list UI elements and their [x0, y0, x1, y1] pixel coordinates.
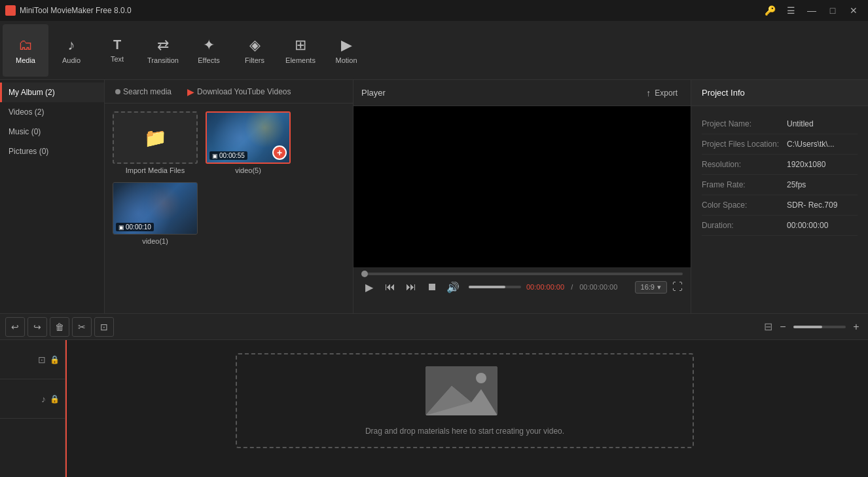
sidebar-my-album-label: My Album (2) [9, 88, 55, 97]
toolbar: 🗂 Media ♪ Audio T Text ⇄ Transition ✦ Ef… [0, 21, 868, 80]
toolbar-motion[interactable]: ▶ Motion [323, 24, 369, 77]
media-import-item[interactable]: 📁 Import Media Files [113, 111, 198, 174]
search-dot [115, 89, 120, 94]
redo-button[interactable]: ↪ [27, 317, 47, 337]
fullscreen-button[interactable]: ⛶ [672, 281, 683, 293]
toolbar-media[interactable]: 🗂 Media [3, 24, 48, 77]
video5-time: 00:00:55 [219, 152, 245, 159]
toolbar-filters[interactable]: ◈ Filters [232, 24, 278, 77]
info-row-location: Project Files Location: C:\Users\tk\... [702, 134, 858, 155]
ratio-label: 16:9 [641, 283, 655, 291]
zoom-slider[interactable] [793, 326, 846, 328]
sidebar-item-music[interactable]: Music (0) [0, 122, 104, 142]
sidebar-item-my-album[interactable]: My Album (2) [0, 83, 104, 102]
zoom-controls: ⊟ − + [764, 320, 863, 334]
volume-fill [469, 286, 505, 288]
zoom-out-button[interactable]: − [776, 320, 789, 334]
undo-button[interactable]: ↩ [5, 317, 25, 337]
video5-add-btn[interactable]: + [272, 145, 287, 160]
info-row-resolution: Resolution: 1920x1080 [702, 155, 858, 175]
stop-button[interactable]: ⏹ [424, 279, 440, 295]
video-track-control: ⊡ 🔒 [0, 340, 65, 379]
import-label: Import Media Files [126, 166, 185, 174]
toolbar-text-label: Text [111, 55, 124, 63]
drop-icon-area [425, 366, 504, 419]
audio-track-control: ♪ 🔒 [0, 379, 65, 419]
sidebar-item-pictures[interactable]: Pictures (0) [0, 142, 104, 161]
player-header: Player ↑ Export [353, 80, 691, 106]
toolbar-elements[interactable]: ⊞ Elements [278, 24, 323, 77]
delete-button[interactable]: 🗑 [50, 317, 69, 337]
sidebar: My Album (2) Videos (2) Music (0) Pictur… [0, 80, 105, 313]
window-controls: 🔑 ☰ — □ ✕ [761, 4, 863, 17]
zoom-in-button[interactable]: + [850, 320, 863, 334]
progress-handle[interactable] [361, 271, 368, 277]
time-separator: / [571, 283, 573, 291]
prev-button[interactable]: ⏮ [382, 279, 398, 295]
next-button[interactable]: ⏭ [403, 279, 419, 295]
info-row-name: Project Name: Untitled [702, 114, 858, 134]
media-panel: Search media ▶ Download YouTube Videos 📁… [105, 80, 353, 313]
youtube-label: Download YouTube Videos [197, 87, 291, 96]
media-video1-item[interactable]: ▣ 00:00:10 video(1) [113, 182, 198, 245]
bottom-area: ↩ ↪ 🗑 ✂ ⊡ ⊟ − + ⊡ 🔒 ♪ 🔒 [0, 313, 868, 477]
minimize-btn[interactable]: — [803, 4, 821, 17]
elements-icon: ⊞ [295, 37, 306, 54]
video-track-lock-icon[interactable]: 🔒 [50, 355, 60, 364]
player-controls: ▶ ⏮ ⏭ ⏹ 🔊 00:00:00:00 / 00:00:00:00 16:9… [353, 267, 691, 313]
progress-bar[interactable] [361, 273, 683, 275]
export-button[interactable]: ↑ Export [641, 85, 683, 101]
effects-icon: ✦ [203, 37, 215, 54]
toolbar-media-label: Media [16, 56, 35, 64]
toolbar-text[interactable]: T Text [94, 24, 140, 77]
filters-icon: ◈ [249, 37, 261, 54]
video5-film-icon: ▣ [212, 153, 218, 159]
audio-track-lock-icon[interactable]: 🔒 [50, 394, 60, 404]
drop-text: Drag and drop materials here to start cr… [365, 427, 564, 436]
motion-icon: ▶ [341, 37, 352, 54]
playhead [65, 340, 67, 477]
toolbar-audio[interactable]: ♪ Audio [48, 24, 94, 77]
video-track-icon: ⊡ [38, 354, 46, 365]
timeline-tracks: Drag and drop materials here to start cr… [65, 340, 868, 477]
search-media-tab[interactable]: Search media [110, 85, 177, 99]
time-current: 00:00:00:00 [526, 283, 564, 291]
video5-label: video(5) [235, 166, 261, 174]
left-panel: My Album (2) Videos (2) Music (0) Pictur… [0, 80, 353, 313]
video1-time: 00:00:10 [126, 223, 151, 231]
sidebar-music-label: Music (0) [9, 127, 41, 136]
info-value-resolution: 1920x1080 [787, 160, 825, 169]
title-bar: MiniTool MovieMaker Free 8.0.0 🔑 ☰ — □ ✕ [0, 0, 868, 21]
sidebar-item-videos[interactable]: Videos (2) [0, 102, 104, 122]
info-row-colorspace: Color Space: SDR- Rec.709 [702, 195, 858, 216]
youtube-icon: ▶ [187, 86, 194, 97]
import-folder-icon: 📁 [144, 127, 167, 149]
close-btn[interactable]: ✕ [844, 4, 863, 17]
media-grid: 📁 Import Media Files ▣ 00:00:55 [105, 104, 353, 313]
media-video5-item[interactable]: ▣ 00:00:55 + video(5) [206, 111, 291, 174]
text-icon: T [113, 37, 121, 52]
video1-thumb[interactable]: ▣ 00:00:10 [113, 182, 198, 235]
maximize-btn[interactable]: □ [823, 4, 842, 17]
media-area: My Album (2) Videos (2) Music (0) Pictur… [0, 80, 353, 313]
import-thumb[interactable]: 📁 [113, 111, 198, 164]
aspect-ratio-button[interactable]: 16:9 ▾ [635, 281, 667, 294]
toolbar-effects[interactable]: ✦ Effects [186, 24, 232, 77]
menu-btn[interactable]: ☰ [782, 4, 800, 17]
youtube-tab[interactable]: ▶ Download YouTube Videos [182, 84, 296, 100]
player-title: Player [361, 88, 386, 98]
play-button[interactable]: ▶ [361, 279, 377, 295]
drop-zone: Drag and drop materials here to start cr… [236, 353, 694, 448]
help-btn[interactable]: 🔑 [761, 4, 779, 17]
video5-thumb[interactable]: ▣ 00:00:55 + [206, 111, 291, 164]
toolbar-transition[interactable]: ⇄ Transition [140, 24, 186, 77]
transition-icon: ⇄ [157, 37, 169, 54]
app-title: MiniTool MovieMaker Free 8.0.0 [20, 6, 761, 15]
info-value-location: C:\Users\tk\... [787, 140, 835, 149]
toolbar-transition-label: Transition [147, 56, 179, 64]
crop-button[interactable]: ⊡ [94, 317, 114, 337]
cut-button[interactable]: ✂ [72, 317, 92, 337]
project-info-header: Project Info [691, 80, 868, 106]
volume-button[interactable]: 🔊 [445, 279, 461, 295]
volume-slider[interactable] [469, 286, 521, 288]
